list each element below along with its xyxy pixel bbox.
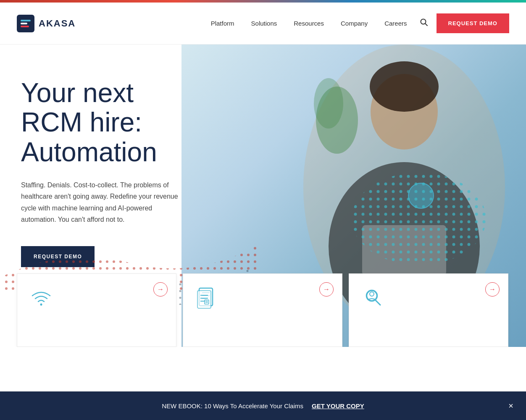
svg-point-17: [40, 304, 42, 306]
logo-icon: [17, 15, 34, 32]
nav-platform[interactable]: Platform: [211, 20, 234, 27]
svg-rect-22: [197, 291, 211, 308]
svg-line-31: [376, 300, 380, 305]
nav-careers[interactable]: Careers: [384, 20, 407, 27]
svg-point-8: [370, 61, 439, 112]
wifi-icon: [30, 286, 55, 312]
document-icon: [196, 286, 221, 312]
nav-links: Platform Solutions Resources Company Car…: [211, 20, 407, 27]
close-icon[interactable]: ×: [508, 401, 513, 411]
logo[interactable]: AKASA: [17, 15, 76, 32]
svg-rect-1: [21, 23, 27, 24]
cards-row: → →: [17, 273, 526, 347]
nav-resources[interactable]: Resources: [294, 20, 324, 27]
search-icon[interactable]: [420, 18, 428, 29]
svg-rect-0: [21, 20, 31, 21]
hero-section: Your next RCM hire: Automation Staffing.…: [0, 45, 526, 347]
card-2: →: [183, 273, 342, 347]
bottom-bar-cta-button[interactable]: GET YOUR COPY: [312, 402, 364, 410]
card-1-arrow[interactable]: →: [153, 282, 168, 297]
svg-point-30: [370, 292, 374, 296]
svg-point-14: [352, 173, 486, 265]
card-2-arrow[interactable]: →: [319, 282, 334, 297]
svg-line-4: [425, 24, 427, 26]
teal-dots: [345, 166, 492, 271]
bottom-notification-bar: NEW EBOOK: 10 Ways To Accelerate Your Cl…: [0, 391, 526, 420]
svg-rect-2: [21, 26, 29, 27]
card-3-arrow[interactable]: →: [485, 282, 500, 297]
main-navigation: AKASA Platform Solutions Resources Compa…: [0, 3, 526, 45]
search-person-icon: [362, 286, 387, 312]
card-1: →: [17, 273, 176, 347]
nav-solutions[interactable]: Solutions: [251, 20, 277, 27]
bottom-bar-message: NEW EBOOK: 10 Ways To Accelerate Your Cl…: [162, 402, 303, 410]
hero-title: Your next RCM hire: Automation: [21, 78, 181, 167]
logo-text: AKASA: [39, 18, 76, 29]
nav-company[interactable]: Company: [341, 20, 368, 27]
card-3: →: [349, 273, 508, 347]
nav-request-demo-button[interactable]: REQUEST DEMO: [437, 13, 509, 33]
svg-point-12: [314, 78, 343, 129]
